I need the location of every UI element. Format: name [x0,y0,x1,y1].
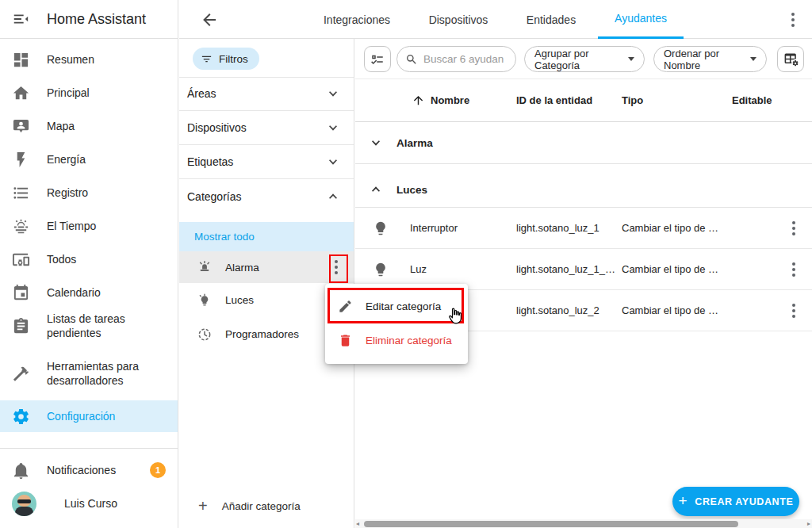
cell-name: Interruptor [410,208,458,248]
group-row-alarma[interactable]: Alarma [355,122,812,164]
list-status-icon [370,52,385,67]
sidebar-item-notificaciones[interactable]: Notificaciones 1 [0,453,178,487]
pencil-icon [338,299,353,314]
selection-mode-button[interactable] [364,46,391,72]
sidebar-bottom: Notificaciones 1 Luis Curso [0,448,178,528]
chevron-down-icon [325,154,341,170]
sidebar-item-user[interactable]: Luis Curso [3,487,178,520]
chevron-down-icon [325,120,341,136]
row-menu-icon[interactable] [787,261,801,278]
sidebar-item-listas-tareas[interactable]: Listas de tareas pendientes [0,309,178,342]
scrollbar-thumb[interactable] [364,521,738,527]
app-title: Home Assistant [47,11,146,28]
cell-tipo: Cambiar el tipo de … [622,249,718,289]
sidebar-item-energia[interactable]: Energía [0,143,178,176]
chevron-up-icon [325,189,341,205]
sidebar-item-el-tiempo[interactable]: El Tiempo [0,209,178,243]
table-cog-icon [783,52,799,67]
filters-button[interactable]: Filtros [193,48,259,70]
group-by-button[interactable]: Agrupar por Categoría [524,46,645,72]
filter-icon [201,53,213,65]
category-item-alarma[interactable]: Alarma [179,251,354,283]
caret-down-icon [750,57,756,61]
settings-tabs: Integraciones Dispositivos Entidades Ayu… [179,0,812,39]
sidebar-item-configuracion[interactable]: Configuración [0,400,178,432]
trash-icon [338,333,353,348]
list-icon [12,184,30,202]
notification-badge: 1 [150,462,166,478]
add-category-button[interactable]: + Añadir categoría [179,490,354,522]
table-settings-button[interactable] [777,46,804,72]
accordion-areas[interactable]: Áreas [179,77,354,111]
accordion-dispositivos[interactable]: Dispositivos [179,111,354,145]
gear-icon [12,407,30,426]
search-icon [405,53,418,66]
row-menu-icon[interactable] [787,302,801,319]
avatar [12,492,36,516]
calendar-icon [12,284,30,302]
chevron-down-icon [368,135,384,151]
sort-arrow-up-icon[interactable] [412,79,425,121]
category-context-menu: Editar categoría Eliminar categoría [325,284,468,364]
lightbulb-icon [197,293,213,308]
table-row[interactable]: Interruptor light.sotano_luz_1 Cambiar e… [355,208,812,249]
app-sidebar-header: Home Assistant [0,0,178,39]
sidebar-item-mapa[interactable]: Mapa [0,109,178,143]
sidebar-item-registro[interactable]: Registro [0,176,178,209]
bell-icon [12,461,30,480]
plus-icon: + [198,497,208,515]
scroll-left-arrow-icon[interactable]: ◂ [356,520,359,527]
overflow-menu-icon[interactable] [785,11,801,29]
chevron-up-icon [368,182,384,197]
sidebar-item-principal[interactable]: Principal [0,76,178,109]
table-toolbar: Agrupar por Categoría Ordenar por Nombre [355,39,812,79]
cell-entity-id: light.sotano_luz_2 [516,290,599,331]
siren-icon [197,259,213,275]
tab-ayudantes[interactable]: Ayudantes [598,0,684,39]
tab-integraciones[interactable]: Integraciones [317,0,396,39]
dashboard-icon [12,51,30,69]
menu-item-delete-category[interactable]: Eliminar categoría [325,323,468,358]
app-sidebar: Home Assistant Resumen Principal Mapa En… [0,0,178,528]
row-menu-icon[interactable] [787,220,801,237]
lightbulb-icon [373,220,389,236]
create-helper-button[interactable]: + CREAR AYUDANTE [672,487,799,516]
timer-icon [197,327,213,342]
column-header-nombre[interactable]: Nombre [431,79,469,121]
sidebar-item-herramientas-desarrolladores[interactable]: Herramientas para desarrolladores [0,350,178,396]
column-header-tipo[interactable]: Tipo [622,79,643,121]
category-alarma-menu-icon[interactable] [330,259,343,275]
menu-item-edit-category[interactable]: Editar categoría [325,289,468,323]
table-header: Nombre ID de la entidad Tipo Editable [355,79,812,122]
column-header-editable[interactable]: Editable [732,79,772,121]
hammer-icon [12,365,30,383]
home-icon [12,84,30,102]
lightbulb-icon [373,262,389,277]
search-input[interactable] [423,53,511,65]
search-field[interactable] [396,46,516,72]
tab-entidades[interactable]: Entidades [515,0,587,39]
sidebar-item-calendario[interactable]: Calendario [0,276,178,309]
category-show-all[interactable]: Mostrar todo [179,222,354,251]
accordion-categorias[interactable]: Categorías [179,179,354,213]
sidebar-item-resumen[interactable]: Resumen [0,43,178,76]
devices-icon [12,251,30,269]
weather-icon [12,217,30,235]
cell-entity-id: light.sotano_luz_1_… [516,249,615,289]
column-header-entity-id[interactable]: ID de la entidad [516,79,592,121]
cell-tipo: Cambiar el tipo de … [622,290,718,331]
sort-by-button[interactable]: Ordenar por Nombre [653,46,767,72]
lightning-icon [12,151,30,169]
menu-open-icon[interactable] [12,10,29,28]
horizontal-scrollbar[interactable]: ◂ ▸ [355,519,812,528]
plus-icon: + [679,492,688,510]
group-row-luces[interactable]: Luces [355,172,812,208]
top-header: Integraciones Dispositivos Entidades Ayu… [179,0,812,39]
caret-down-icon [628,57,634,61]
accordion-etiquetas[interactable]: Etiquetas [179,145,354,179]
sidebar-item-todos[interactable]: Todos [0,243,178,276]
chevron-down-icon [325,86,341,101]
cell-entity-id: light.sotano_luz_1 [516,208,599,248]
tab-dispositivos[interactable]: Dispositivos [419,0,498,39]
scroll-right-arrow-icon[interactable]: ▸ [807,520,810,527]
